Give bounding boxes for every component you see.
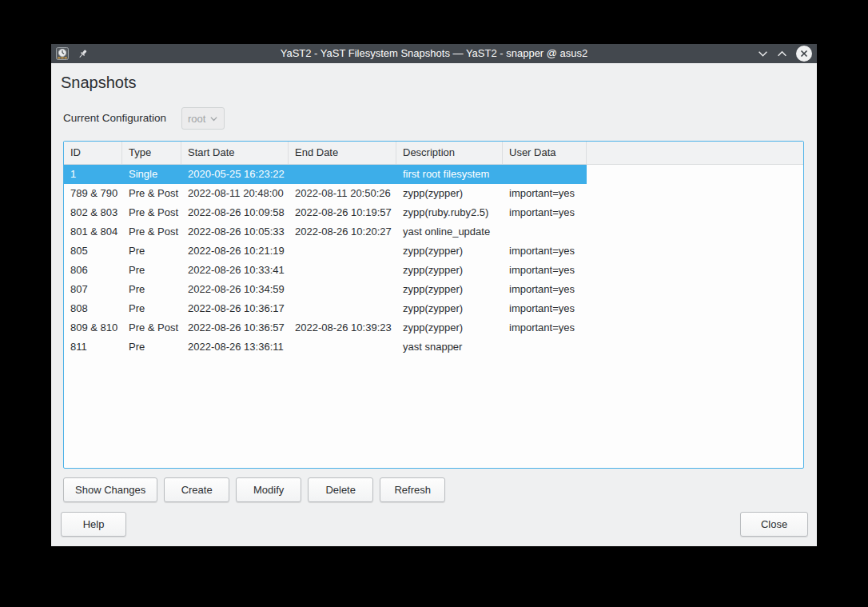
table-row[interactable]: 809 & 810 Pre & Post 2022-08-26 10:36:57… xyxy=(64,318,803,337)
cell-user-data xyxy=(503,165,587,184)
cell-end-date: 2022-08-26 10:19:57 xyxy=(289,203,396,222)
table-row[interactable]: 806 Pre 2022-08-26 10:33:41 zypp(zypper)… xyxy=(64,261,803,280)
cell-start-date: 2022-08-11 20:48:00 xyxy=(181,184,289,203)
modify-button[interactable]: Modify xyxy=(236,477,301,502)
cell-filler xyxy=(587,261,803,280)
cell-filler xyxy=(587,203,803,222)
cell-filler xyxy=(587,337,803,357)
cell-id: 801 & 804 xyxy=(64,222,122,242)
cell-description: yast online_update xyxy=(396,222,503,242)
snapshots-table[interactable]: ID Type Start Date End Date Description … xyxy=(63,141,804,469)
cell-description: zypp(zypper) xyxy=(396,280,503,299)
table-row[interactable]: 811 Pre 2022-08-26 13:36:11 yast snapper xyxy=(64,337,803,357)
cell-type: Pre xyxy=(122,280,181,299)
cell-description: zypp(zypper) xyxy=(396,242,503,261)
close-button[interactable]: Close xyxy=(740,512,808,537)
app-icon xyxy=(56,47,69,60)
cell-filler xyxy=(587,280,803,299)
delete-button[interactable]: Delete xyxy=(308,477,373,502)
cell-start-date: 2022-08-26 10:21:19 xyxy=(181,242,289,261)
table-row[interactable]: 1 Single 2020-05-25 16:23:22 first root … xyxy=(64,165,803,184)
cell-id: 789 & 790 xyxy=(64,184,122,203)
cell-user-data: important=yes xyxy=(503,242,587,261)
cell-id: 807 xyxy=(64,280,122,299)
table-row[interactable]: 789 & 790 Pre & Post 2022-08-11 20:48:00… xyxy=(64,184,803,203)
refresh-button[interactable]: Refresh xyxy=(380,477,445,502)
cell-id: 806 xyxy=(64,261,122,280)
column-header-type[interactable]: Type xyxy=(122,142,181,164)
pin-icon[interactable] xyxy=(77,48,89,60)
cell-type: Pre & Post xyxy=(122,203,181,222)
table-row[interactable]: 802 & 803 Pre & Post 2022-08-26 10:09:58… xyxy=(64,203,803,222)
cell-description: zypp(zypper) xyxy=(396,299,503,318)
cell-id: 808 xyxy=(64,299,122,318)
cell-id: 805 xyxy=(64,242,122,261)
column-header-end-date[interactable]: End Date xyxy=(289,142,396,164)
column-header-user-data[interactable]: User Data xyxy=(503,142,587,164)
page-title: Snapshots xyxy=(61,74,137,92)
cell-user-data xyxy=(503,222,587,242)
cell-type: Single xyxy=(122,165,181,184)
cell-type: Pre & Post xyxy=(122,318,181,337)
cell-start-date: 2022-08-26 13:36:11 xyxy=(181,337,289,357)
current-configuration-label: Current Configuration xyxy=(63,107,166,130)
cell-start-date: 2022-08-26 10:34:59 xyxy=(181,280,289,299)
column-header-id[interactable]: ID xyxy=(64,142,122,164)
cell-id: 811 xyxy=(64,337,122,357)
cell-start-date: 2020-05-25 16:23:22 xyxy=(181,165,289,184)
window-title: YaST2 - YaST Filesystem Snapshots — YaST… xyxy=(51,44,817,63)
cell-end-date xyxy=(289,261,396,280)
cell-start-date: 2022-08-26 10:36:57 xyxy=(181,318,289,337)
titlebar[interactable]: YaST2 - YaST Filesystem Snapshots — YaST… xyxy=(51,44,817,63)
cell-start-date: 2022-08-26 10:36:17 xyxy=(181,299,289,318)
cell-end-date: 2022-08-11 20:50:26 xyxy=(289,184,396,203)
cell-end-date: 2022-08-26 10:20:27 xyxy=(289,222,396,242)
cell-filler xyxy=(587,299,803,318)
table-row[interactable]: 805 Pre 2022-08-26 10:21:19 zypp(zypper)… xyxy=(64,242,803,261)
cell-filler xyxy=(587,318,803,337)
chevron-up-icon[interactable] xyxy=(777,49,787,59)
cell-filler xyxy=(587,222,803,242)
cell-description: yast snapper xyxy=(396,337,503,357)
cell-type: Pre xyxy=(122,337,181,357)
cell-id: 1 xyxy=(64,165,122,184)
cell-type: Pre xyxy=(122,261,181,280)
yast2-window: YaST2 - YaST Filesystem Snapshots — YaST… xyxy=(51,44,817,546)
show-changes-button[interactable]: Show Changes xyxy=(63,477,157,502)
cell-filler xyxy=(587,184,803,203)
cell-user-data: important=yes xyxy=(503,184,587,203)
configuration-combobox[interactable]: root xyxy=(181,107,225,130)
cell-type: Pre xyxy=(122,299,181,318)
chevron-down-icon[interactable] xyxy=(758,49,768,59)
create-button[interactable]: Create xyxy=(164,477,229,502)
table-row[interactable]: 801 & 804 Pre & Post 2022-08-26 10:05:33… xyxy=(64,222,803,242)
cell-end-date: 2022-08-26 10:39:23 xyxy=(289,318,396,337)
table-body: 1 Single 2020-05-25 16:23:22 first root … xyxy=(64,165,803,357)
cell-type: Pre & Post xyxy=(122,184,181,203)
cell-description: first root filesystem xyxy=(396,165,503,184)
cell-description: zypp(zypper) xyxy=(396,184,503,203)
column-header-start-date[interactable]: Start Date xyxy=(181,142,289,164)
dialog-content: Snapshots Current Configuration root ID … xyxy=(51,63,817,546)
cell-description: zypp(zypper) xyxy=(396,318,503,337)
configuration-value: root xyxy=(188,113,205,125)
cell-type: Pre xyxy=(122,242,181,261)
table-row[interactable]: 807 Pre 2022-08-26 10:34:59 zypp(zypper)… xyxy=(64,280,803,299)
help-button[interactable]: Help xyxy=(61,512,126,537)
cell-end-date xyxy=(289,299,396,318)
column-header-description[interactable]: Description xyxy=(396,142,503,164)
cell-filler xyxy=(587,165,803,184)
cell-end-date xyxy=(289,337,396,357)
cell-start-date: 2022-08-26 10:09:58 xyxy=(181,203,289,222)
close-icon[interactable] xyxy=(796,46,812,62)
table-header: ID Type Start Date End Date Description … xyxy=(64,142,803,165)
table-row[interactable]: 808 Pre 2022-08-26 10:36:17 zypp(zypper)… xyxy=(64,299,803,318)
cell-end-date xyxy=(289,280,396,299)
cell-user-data: important=yes xyxy=(503,299,587,318)
cell-type: Pre & Post xyxy=(122,222,181,242)
cell-description: zypp(ruby.ruby2.5) xyxy=(396,203,503,222)
cell-end-date xyxy=(289,242,396,261)
cell-user-data: important=yes xyxy=(503,203,587,222)
cell-end-date xyxy=(289,165,396,184)
cell-description: zypp(zypper) xyxy=(396,261,503,280)
